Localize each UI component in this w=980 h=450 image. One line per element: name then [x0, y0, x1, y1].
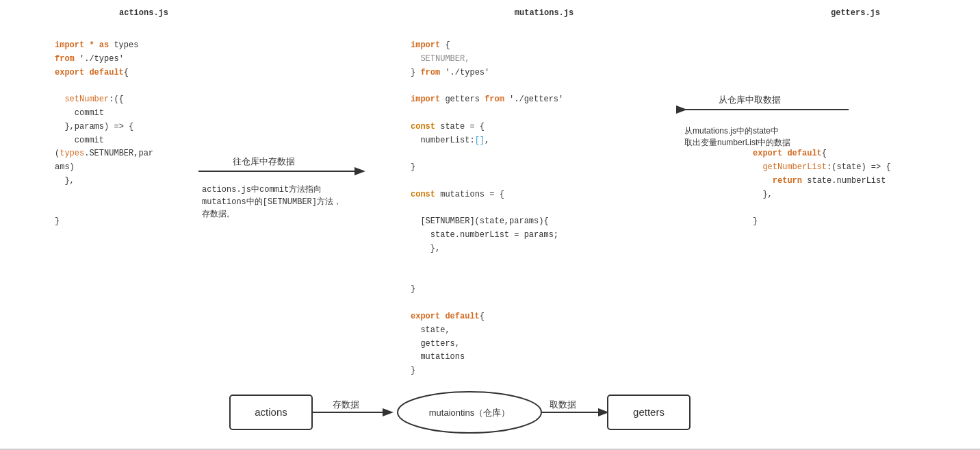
svg-text:mutaiontins（仓库）: mutaiontins（仓库）	[429, 408, 510, 418]
page: actions.js import * as types from './typ…	[0, 0, 980, 450]
svg-text:取数据: 取数据	[550, 399, 576, 410]
actions-file-title: actions.js	[55, 7, 233, 20]
mutations-file-title: mutations.js	[411, 7, 678, 20]
svg-text:存数据: 存数据	[333, 399, 359, 410]
getters-file-title: getters.js	[753, 7, 958, 20]
arrow1-desc: actions.js中commit方法指向mutations中的[SETNUMB…	[202, 184, 380, 221]
mutations-code: import { SETNUMBER, } from './types' imp…	[411, 25, 678, 392]
svg-text:actions: actions	[255, 406, 287, 418]
svg-text:往仓库中存数据: 往仓库中存数据	[233, 156, 295, 166]
mutations-panel: mutations.js import { SETNUMBER, } from …	[411, 7, 678, 392]
svg-text:getters: getters	[633, 406, 665, 418]
getters-panel: getters.js export default{ getNumberList…	[753, 7, 958, 242]
diagram-svg: actions 存数据 mutaiontins（仓库） 取数据 getters	[216, 382, 764, 443]
bottom-diagram: actions 存数据 mutaiontins（仓库） 取数据 getters	[0, 378, 980, 447]
getters-code: export default{ getNumberList:(state) =>…	[753, 25, 958, 242]
